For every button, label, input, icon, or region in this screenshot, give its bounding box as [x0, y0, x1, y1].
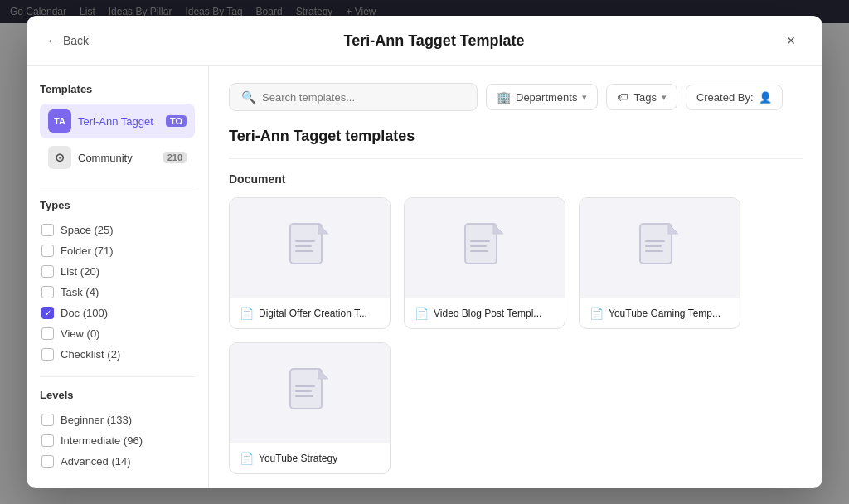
main-content: 🔍 🏢 Departments ▾ 🏷 Tags ▾ Created: [209, 66, 822, 488]
template-card-1[interactable]: 📄 Digital Offer Creation T...: [229, 197, 391, 329]
created-by-button[interactable]: Created By: 👤: [686, 85, 783, 110]
search-box[interactable]: 🔍: [229, 83, 478, 111]
svg-rect-3: [295, 250, 313, 252]
doc-icon-1: 📄: [240, 307, 254, 320]
checkbox-folder[interactable]: Folder (71): [40, 240, 195, 261]
template-thumb-4: [230, 343, 390, 443]
tags-icon: 🏷: [617, 90, 628, 104]
checkbox-doc[interactable]: ✓ Doc (100): [40, 303, 195, 323]
svg-rect-4: [465, 224, 497, 264]
main-toolbar: 🔍 🏢 Departments ▾ 🏷 Tags ▾ Created: [229, 83, 803, 111]
template-name-2: Video Blog Post Templ...: [434, 308, 541, 319]
svg-rect-14: [295, 390, 312, 392]
modal-overlay: ← Back Teri-Ann Tagget Template × Templa…: [0, 0, 849, 504]
template-card-4[interactable]: 📄 YouTube Strategy: [229, 342, 391, 474]
checkbox-intermediate-box[interactable]: [41, 434, 54, 447]
community-icon: ⊙: [55, 151, 65, 164]
user-initials: TA: [54, 116, 65, 126]
search-input[interactable]: [262, 91, 465, 104]
sidebar: Templates TA Teri-Ann Tagget TO ⊙ Commun…: [27, 66, 209, 488]
community-avatar: ⊙: [48, 146, 71, 169]
checkbox-list-label: List (20): [61, 265, 99, 278]
svg-rect-8: [640, 224, 672, 264]
user-avatar: TA: [48, 109, 71, 133]
template-thumb-1: [230, 198, 390, 298]
sidebar-item-user[interactable]: TA Teri-Ann Tagget TO: [40, 104, 195, 138]
user-item-label: Teri-Ann Tagget: [78, 115, 159, 128]
check-icon: ✓: [45, 309, 51, 317]
template-name-4: YouTube Strategy: [259, 453, 337, 464]
svg-rect-5: [470, 240, 490, 242]
checkbox-task-box[interactable]: [41, 286, 54, 298]
user-icon: 👤: [759, 91, 772, 104]
community-item-label: Community: [78, 152, 157, 164]
checkbox-view[interactable]: View (0): [40, 323, 195, 344]
svg-rect-10: [645, 245, 662, 247]
templates-grid: 📄 Digital Offer Creation T...: [229, 197, 803, 474]
types-section-title: Types: [40, 199, 195, 211]
template-footer-2: 📄 Video Blog Post Templ...: [405, 298, 565, 328]
template-footer-1: 📄 Digital Offer Creation T...: [230, 298, 390, 328]
close-icon: ×: [787, 32, 796, 50]
checkbox-view-box[interactable]: [41, 327, 54, 340]
sidebar-section-title: Templates: [40, 83, 195, 95]
checkbox-doc-box[interactable]: ✓: [41, 307, 54, 319]
levels-section-title: Levels: [40, 389, 195, 401]
svg-rect-2: [295, 245, 312, 247]
checkbox-folder-label: Folder (71): [61, 245, 114, 257]
template-card-2[interactable]: 📄 Video Blog Post Templ...: [404, 197, 565, 329]
checkbox-list-box[interactable]: [41, 265, 54, 278]
modal-header: ← Back Teri-Ann Tagget Template ×: [27, 16, 822, 66]
template-thumb-2: [405, 198, 565, 298]
template-footer-3: 📄 YouTube Gaming Temp...: [580, 298, 740, 328]
tags-filter-button[interactable]: 🏷 Tags ▾: [606, 84, 677, 110]
svg-rect-13: [295, 385, 315, 387]
back-arrow-icon: ←: [46, 34, 58, 47]
template-footer-4: 📄 YouTube Strategy: [230, 443, 390, 473]
doc-thumb-icon-1: [289, 222, 332, 274]
templates-section-title: Teri-Ann Tagget templates: [229, 128, 803, 145]
checkbox-advanced-box[interactable]: [41, 455, 54, 468]
user-item-badge: TO: [166, 115, 187, 127]
checkbox-space[interactable]: Space (25): [40, 220, 195, 240]
template-card-3[interactable]: 📄 YouTube Gaming Temp...: [579, 197, 740, 329]
checkbox-space-box[interactable]: [41, 224, 54, 236]
sidebar-item-community[interactable]: ⊙ Community 210: [40, 140, 195, 175]
created-by-label: Created By:: [696, 91, 754, 104]
back-button[interactable]: ← Back: [46, 34, 89, 47]
doc-icon-3: 📄: [589, 307, 604, 320]
doc-thumb-icon-3: [638, 222, 682, 274]
sidebar-divider-2: [40, 376, 195, 377]
doc-thumb-icon-2: [463, 222, 507, 274]
checkbox-doc-label: Doc (100): [61, 307, 108, 319]
checkbox-list[interactable]: List (20): [40, 261, 195, 282]
checkbox-checklist-box[interactable]: [41, 348, 54, 361]
modal-title: Teri-Ann Tagget Template: [344, 32, 525, 50]
templates-divider: [229, 158, 803, 159]
svg-rect-9: [645, 240, 665, 242]
checkbox-beginner[interactable]: Beginner (133): [40, 410, 195, 430]
checkbox-intermediate-label: Intermediate (96): [61, 434, 143, 447]
community-item-badge: 210: [163, 152, 187, 163]
departments-filter-button[interactable]: 🏢 Departments ▾: [486, 84, 598, 110]
document-section-title: Document: [229, 172, 803, 186]
doc-icon-2: 📄: [415, 307, 429, 320]
template-thumb-3: [580, 198, 740, 298]
checkbox-intermediate[interactable]: Intermediate (96): [40, 430, 195, 451]
checkbox-task[interactable]: Task (4): [40, 282, 195, 303]
checkbox-task-label: Task (4): [61, 286, 99, 298]
checkbox-advanced[interactable]: Advanced (14): [40, 451, 195, 472]
departments-label: Departments: [516, 91, 577, 104]
departments-icon: 🏢: [497, 90, 511, 104]
sidebar-divider: [40, 187, 195, 187]
back-label: Back: [63, 34, 89, 47]
checkbox-checklist[interactable]: Checklist (2): [40, 344, 195, 365]
close-button[interactable]: ×: [779, 29, 803, 52]
svg-rect-15: [295, 395, 313, 397]
checkbox-space-label: Space (25): [61, 224, 114, 236]
svg-rect-11: [645, 250, 663, 252]
checkbox-beginner-box[interactable]: [41, 414, 54, 426]
doc-icon-4: 📄: [240, 452, 254, 465]
checkbox-folder-box[interactable]: [41, 245, 54, 257]
chevron-down-icon-2: ▾: [662, 92, 667, 103]
